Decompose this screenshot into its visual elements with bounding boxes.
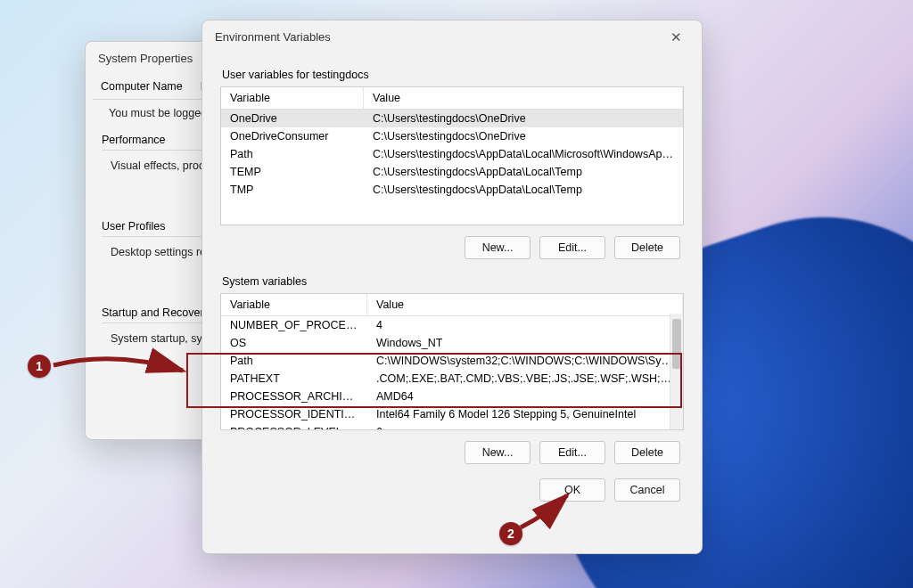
user-vars-label: User variables for testingdocs [222,69,684,81]
cell-value: 4 [367,316,683,334]
cell-value: Intel64 Family 6 Model 126 Stepping 5, G… [367,405,683,423]
table-row[interactable]: OSWindows_NT [221,334,683,352]
col-header-value[interactable]: Value [364,87,683,109]
col-header-value[interactable]: Value [367,294,683,315]
cell-variable: TMP [221,181,364,199]
table-row[interactable]: OneDriveC:\Users\testingdocs\OneDrive [221,110,683,127]
cell-value: .COM;.EXE;.BAT;.CMD;.VBS;.VBE;.JS;.JSE;.… [367,370,683,388]
cell-variable: PATHEXT [221,370,367,388]
user-vars-header: Variable Value [221,87,683,110]
envvars-title: Environment Variables [215,30,331,44]
cell-variable: OneDriveConsumer [221,127,364,145]
sys-vars-header: Variable Value [221,294,683,316]
user-new-button[interactable]: New... [465,236,531,259]
col-header-variable[interactable]: Variable [221,294,367,315]
cell-value: Windows_NT [367,334,683,352]
sysprops-title: System Properties [98,52,193,65]
environment-variables-window: Environment Variables ✕ User variables f… [202,20,703,554]
cell-value: 6 [367,423,683,430]
sys-vars-scrollbar[interactable] [670,314,683,429]
cell-variable: PROCESSOR_IDENTIFIER [221,405,367,423]
sys-new-button[interactable]: New... [465,441,531,464]
table-row[interactable]: PROCESSOR_ARCHITECTUREAMD64 [221,388,683,405]
cell-variable: PROCESSOR_ARCHITECTURE [221,388,367,405]
sys-delete-button[interactable]: Delete [614,441,680,464]
cell-value: C:\Users\testingdocs\AppData\Local\Temp [364,163,683,181]
user-edit-button[interactable]: Edit... [539,236,605,259]
sys-vars-listview[interactable]: Variable Value NUMBER_OF_PROCESSORS4OSWi… [220,293,684,430]
close-icon[interactable]: ✕ [663,27,689,47]
user-delete-button[interactable]: Delete [614,236,680,259]
annotation-badge-1: 1 [28,355,51,378]
table-row[interactable]: PathC:\Users\testingdocs\AppData\Local\M… [221,145,683,163]
cell-value: C:\Users\testingdocs\AppData\Local\Micro… [364,145,683,163]
sys-edit-button[interactable]: Edit... [539,441,605,464]
cell-variable: OS [221,334,367,352]
cell-variable: NUMBER_OF_PROCESSORS [221,316,367,334]
cell-value: C:\Users\testingdocs\OneDrive [364,127,683,145]
table-row[interactable]: OneDriveConsumerC:\Users\testingdocs\One… [221,127,683,145]
cell-value: C:\WINDOWS\system32;C:\WINDOWS;C:\WINDOW… [367,352,683,370]
cell-value: AMD64 [367,388,683,405]
col-header-variable[interactable]: Variable [221,87,364,109]
ok-button[interactable]: OK [539,478,605,502]
sys-vars-label: System variables [222,275,684,288]
cell-variable: Path [221,145,364,163]
envvars-titlebar[interactable]: Environment Variables ✕ [202,20,702,53]
cell-value: C:\Users\testingdocs\OneDrive [364,110,683,127]
table-row[interactable]: TEMPC:\Users\testingdocs\AppData\Local\T… [221,163,683,181]
cell-variable: Path [221,352,367,370]
cancel-button[interactable]: Cancel [614,478,680,502]
table-row[interactable]: NUMBER_OF_PROCESSORS4 [221,316,683,334]
cell-variable: PROCESSOR_LEVEL [221,423,367,430]
cell-variable: TEMP [221,163,364,181]
table-row[interactable]: PathC:\WINDOWS\system32;C:\WINDOWS;C:\WI… [221,352,683,370]
tab-computer-name[interactable]: Computer Name [93,74,191,99]
cell-value: C:\Users\testingdocs\AppData\Local\Temp [364,181,683,199]
table-row[interactable]: TMPC:\Users\testingdocs\AppData\Local\Te… [221,181,683,199]
annotation-badge-2: 2 [499,522,522,545]
table-row[interactable]: PROCESSOR_IDENTIFIERIntel64 Family 6 Mod… [221,405,683,423]
scrollbar-thumb[interactable] [672,319,681,369]
table-row[interactable]: PATHEXT.COM;.EXE;.BAT;.CMD;.VBS;.VBE;.JS… [221,370,683,388]
table-row[interactable]: PROCESSOR_LEVEL6 [221,423,683,430]
cell-variable: OneDrive [221,110,364,127]
user-vars-listview[interactable]: Variable Value OneDriveC:\Users\testingd… [220,86,684,225]
